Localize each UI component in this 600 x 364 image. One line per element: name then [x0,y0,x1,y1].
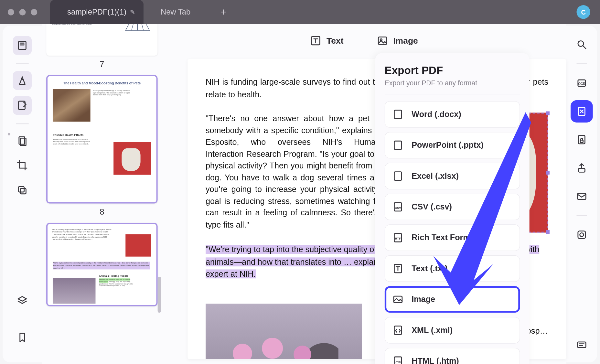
csv-icon: CSV [392,201,404,213]
avatar[interactable]: C [576,5,590,19]
insert-image-label: Image [393,36,418,46]
export-option-txt[interactable]: Text (.txt) [385,255,520,282]
traffic-min[interactable] [19,9,26,15]
thumbnail-page-7[interactable]: laid the foundation for the theory of di… [46,24,158,56]
insert-image-tab[interactable]: Image [369,31,426,50]
mail-button[interactable] [572,187,591,206]
html-icon: HTML [392,355,404,364]
tab-active[interactable]: samplePDF(1)(1) ✎ [50,0,144,24]
svg-text:W: W [396,112,400,117]
rail-divider [576,215,587,216]
export-option-rtf[interactable]: RTF Rich Text Format … [385,224,520,251]
svg-rect-37 [577,342,586,348]
layers-tool-icon [17,185,28,196]
comment-button[interactable] [572,336,591,355]
layers-tool-button[interactable] [13,181,32,199]
insert-text-label: Text [327,36,344,46]
prism-diagram-icon [124,24,151,32]
svg-point-36 [580,233,584,236]
export-pdf-panel: Export PDF Export your PDF to any format… [375,53,530,364]
share-button[interactable] [572,158,591,177]
svg-rect-35 [578,231,585,239]
svg-text:OCR: OCR [578,82,585,86]
xml-icon [392,324,404,336]
export-panel-subtitle: Export your PDF to any format [385,79,520,87]
lock-icon [576,134,587,145]
export-option-word[interactable]: W Word (.docx) [385,101,520,128]
text-icon [310,35,321,46]
ocr-icon: OCR [576,78,587,89]
thumb9-tulips-image [53,278,96,304]
export-button[interactable] [572,102,591,121]
add-tab-button[interactable]: + [220,6,227,18]
export-option-label: PowerPoint (.pptx) [412,141,483,150]
highlighter-icon [17,75,28,86]
rail-divider [16,63,29,64]
attachments-button[interactable] [13,131,32,150]
svg-text:P: P [397,143,400,148]
doc-image-tulips [206,304,362,359]
rail-divider [16,123,29,124]
resize-handle-e[interactable] [546,171,550,175]
thumb8-sub: Possible Health Effects [53,134,83,136]
thumbnails-button[interactable] [13,36,32,55]
export-option-powerpoint[interactable]: P PowerPoint (.pptx) [385,132,520,158]
thumbnail-panel: laid the foundation for the theory of di… [42,24,162,364]
page-number: 8 [46,207,158,217]
export-option-html[interactable]: HTML HTML (.htm) [385,348,520,364]
crop-icon [17,160,28,171]
export-option-excel[interactable]: X Excel (.xlsx) [385,163,520,189]
annotate-button[interactable] [13,96,32,115]
tab-new[interactable]: New Tab [144,0,208,24]
word-icon: W [392,108,404,120]
svg-text:X: X [397,174,400,179]
excel-icon: X [392,170,404,182]
bookmark-button[interactable] [13,328,32,347]
insert-text-tab[interactable]: Text [303,31,351,50]
thumbnails-icon [17,40,28,51]
thumbnail-page-8[interactable]: The Health and Mood-Boosting Benefits of… [46,75,158,204]
svg-point-26 [578,41,584,46]
search-icon [576,39,587,50]
crop-button[interactable] [13,156,32,175]
export-option-label: CSV (.csv) [412,202,452,211]
mail-icon [576,191,587,202]
resize-handle-ne[interactable] [546,112,550,115]
traffic-max[interactable] [31,9,37,15]
attachments-icon [17,135,28,146]
layers-icon [17,295,28,306]
image-file-icon [392,294,404,305]
page-number: 7 [46,59,158,69]
highlighter-button[interactable] [13,71,32,90]
titlebar: samplePDF(1)(1) ✎ New Tab + C [0,0,600,24]
search-button[interactable] [572,35,591,54]
svg-rect-33 [578,168,585,172]
svg-rect-23 [394,326,402,335]
powerpoint-icon: P [392,139,404,151]
left-tool-rail [3,26,42,362]
rail-indicator-dot [8,133,10,135]
resize-handle-se[interactable] [546,230,550,234]
thumbnail-scrollbar[interactable] [158,277,161,313]
image-icon [377,35,388,46]
traffic-close[interactable] [8,9,14,15]
export-option-xml[interactable]: XML (.xml) [385,317,520,344]
thumbnail-page-9[interactable]: NIH is funding large-scale surveys to fi… [46,223,158,306]
export-option-image[interactable]: Image [385,286,520,313]
export-option-label: Image [412,295,435,304]
thumb8-title: The Health and Mood-Boosting Benefits of… [52,80,152,86]
export-panel-title: Export PDF [385,64,520,77]
export-option-label: HTML (.htm) [412,356,459,364]
backup-icon [576,229,587,240]
export-option-label: Text (.txt) [412,264,447,273]
ocr-button[interactable]: OCR [572,74,591,92]
rename-icon[interactable]: ✎ [130,9,135,16]
layers-button[interactable] [13,291,32,310]
export-option-label: Word (.docx) [412,110,461,119]
export-option-csv[interactable]: CSV CSV (.csv) [385,194,520,220]
encrypt-button[interactable] [572,130,591,149]
tab-label: samplePDF(1)(1) [67,7,126,16]
document-area: Text Image NIH is funding large-scale su… [162,24,566,364]
export-icon [576,106,587,117]
backup-button[interactable] [572,225,591,244]
